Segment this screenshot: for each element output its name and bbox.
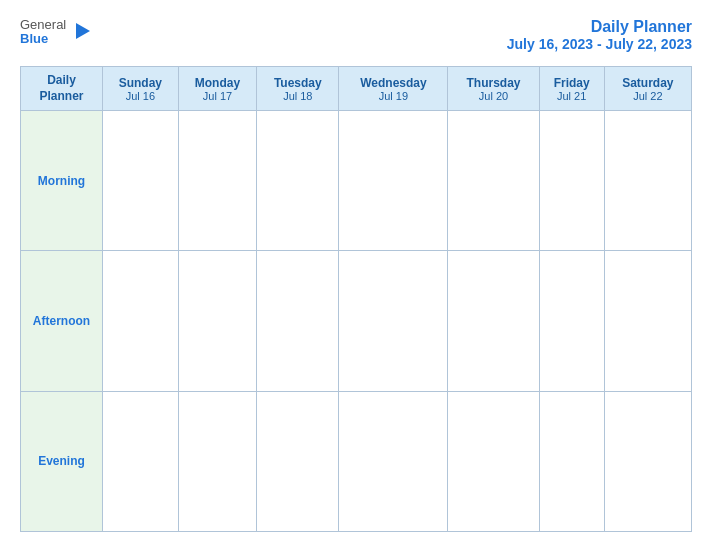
planner-table: DailyPlanner Sunday Jul 16 Monday Jul 17… [20, 66, 692, 532]
day-date: Jul 22 [609, 90, 687, 102]
day-date: Jul 20 [452, 90, 534, 102]
cell-evening-sat[interactable] [604, 391, 691, 531]
logo-general: General [20, 18, 66, 32]
table-row: Morning [21, 111, 692, 251]
cell-morning-thu[interactable] [448, 111, 539, 251]
cell-morning-sat[interactable] [604, 111, 691, 251]
cell-morning-tue[interactable] [257, 111, 339, 251]
date-range: July 16, 2023 - July 22, 2023 [507, 36, 692, 52]
logo-blue: Blue [20, 32, 66, 46]
title-area: Daily Planner July 16, 2023 - July 22, 2… [507, 18, 692, 52]
day-name: Tuesday [261, 76, 334, 90]
day-name: Wednesday [343, 76, 443, 90]
col-wednesday: Wednesday Jul 19 [339, 67, 448, 111]
cell-morning-fri[interactable] [539, 111, 604, 251]
cell-evening-tue[interactable] [257, 391, 339, 531]
day-date: Jul 18 [261, 90, 334, 102]
logo-icon [72, 21, 94, 43]
cell-afternoon-thu[interactable] [448, 251, 539, 391]
cell-afternoon-wed[interactable] [339, 251, 448, 391]
cell-afternoon-tue[interactable] [257, 251, 339, 391]
cell-afternoon-fri[interactable] [539, 251, 604, 391]
page-title: Daily Planner [507, 18, 692, 36]
col-sunday: Sunday Jul 16 [103, 67, 179, 111]
day-date: Jul 17 [183, 90, 253, 102]
cell-evening-wed[interactable] [339, 391, 448, 531]
day-date: Jul 21 [544, 90, 600, 102]
day-date: Jul 16 [107, 90, 174, 102]
col-friday: Friday Jul 21 [539, 67, 604, 111]
svg-marker-0 [76, 23, 90, 39]
row-label-evening: Evening [21, 391, 103, 531]
table-header-row: DailyPlanner Sunday Jul 16 Monday Jul 17… [21, 67, 692, 111]
cell-morning-sun[interactable] [103, 111, 179, 251]
page-header: General Blue Daily Planner July 16, 2023… [20, 18, 692, 52]
col-thursday: Thursday Jul 20 [448, 67, 539, 111]
cell-evening-fri[interactable] [539, 391, 604, 531]
cell-afternoon-sun[interactable] [103, 251, 179, 391]
logo: General Blue [20, 18, 94, 47]
day-date: Jul 19 [343, 90, 443, 102]
table-row: Afternoon [21, 251, 692, 391]
day-name: Saturday [609, 76, 687, 90]
day-name: Sunday [107, 76, 174, 90]
col-tuesday: Tuesday Jul 18 [257, 67, 339, 111]
cell-morning-wed[interactable] [339, 111, 448, 251]
cell-evening-mon[interactable] [178, 391, 257, 531]
table-row: Evening [21, 391, 692, 531]
cell-evening-sun[interactable] [103, 391, 179, 531]
header-label-cell: DailyPlanner [21, 67, 103, 111]
col-saturday: Saturday Jul 22 [604, 67, 691, 111]
day-name: Friday [544, 76, 600, 90]
cell-morning-mon[interactable] [178, 111, 257, 251]
row-label-afternoon: Afternoon [21, 251, 103, 391]
day-name: Thursday [452, 76, 534, 90]
cell-evening-thu[interactable] [448, 391, 539, 531]
row-label-morning: Morning [21, 111, 103, 251]
cell-afternoon-mon[interactable] [178, 251, 257, 391]
day-name: Monday [183, 76, 253, 90]
cell-afternoon-sat[interactable] [604, 251, 691, 391]
col-monday: Monday Jul 17 [178, 67, 257, 111]
